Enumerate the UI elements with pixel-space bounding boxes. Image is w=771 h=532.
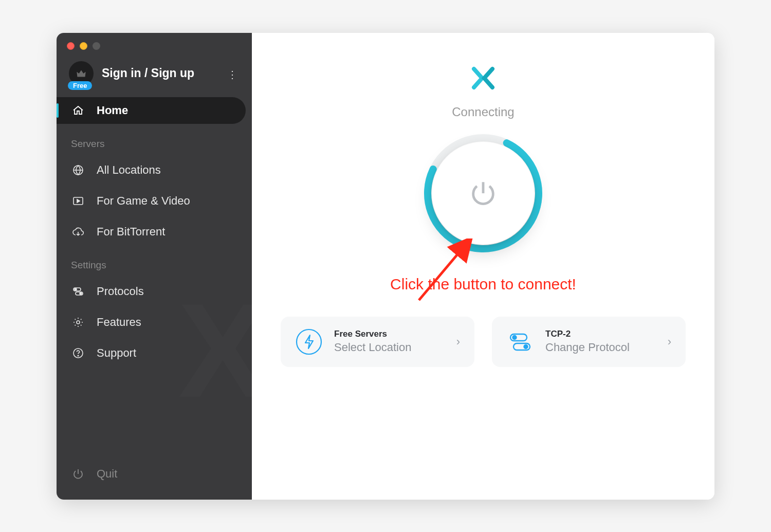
main-panel: Connecting Click the button to connect! … <box>252 33 714 500</box>
sidebar-item-label: For Game & Video <box>97 194 190 208</box>
globe-icon <box>71 163 85 177</box>
chevron-right-icon: › <box>668 335 671 348</box>
sidebar-item-label: Quit <box>97 467 117 481</box>
svg-point-5 <box>80 292 82 295</box>
sidebar-item-bittorrent[interactable]: For BitTorrent <box>57 218 246 245</box>
connect-power-button[interactable] <box>432 142 535 245</box>
svg-point-3 <box>75 288 77 290</box>
account-header[interactable]: Free Sign in / Sign up ⋮ <box>57 54 252 95</box>
sidebar-item-label: Support <box>97 346 136 360</box>
sidebar: Free Sign in / Sign up ⋮ Home Servers Al… <box>57 33 252 500</box>
sidebar-item-label: Home <box>97 104 128 117</box>
sidebar-item-protocols[interactable]: Protocols <box>57 278 246 305</box>
sidebar-item-label: Protocols <box>97 285 144 298</box>
sign-in-sign-up-label: Sign in / Sign up <box>102 66 194 80</box>
card-title: TCP-2 <box>545 329 656 339</box>
help-icon <box>71 346 85 360</box>
sidebar-item-quit[interactable]: Quit <box>57 458 252 489</box>
svg-point-16 <box>524 345 528 348</box>
annotation-text: Click the button to connect! <box>390 276 576 293</box>
svg-point-8 <box>78 355 79 356</box>
sidebar-item-label: Features <box>97 316 141 329</box>
app-logo-x-icon <box>471 66 495 90</box>
window-minimize-button[interactable] <box>80 42 87 50</box>
protocol-toggles-icon <box>506 328 534 356</box>
connect-button-wrap <box>421 132 545 255</box>
play-icon <box>71 194 85 208</box>
sidebar-item-label: All Locations <box>97 163 161 177</box>
section-heading-settings: Settings <box>57 247 252 276</box>
sidebar-item-home[interactable]: Home <box>57 97 246 124</box>
sidebar-item-game-video[interactable]: For Game & Video <box>57 188 246 214</box>
avatar-wrap: Free <box>69 61 94 86</box>
gear-icon <box>71 315 85 329</box>
card-subtitle: Select Location <box>334 341 445 354</box>
power-icon <box>468 178 498 208</box>
toggles-icon <box>71 284 85 299</box>
card-change-protocol[interactable]: TCP-2 Change Protocol › <box>492 317 686 367</box>
chevron-right-icon: › <box>456 335 460 348</box>
download-cloud-icon <box>71 225 85 239</box>
sidebar-item-support[interactable]: Support <box>57 340 246 366</box>
card-select-location[interactable]: Free Servers Select Location › <box>281 317 474 367</box>
power-icon <box>71 467 85 481</box>
card-title: Free Servers <box>334 329 445 339</box>
window-controls <box>57 33 252 54</box>
more-menu-icon[interactable]: ⋮ <box>227 68 238 81</box>
card-subtitle: Change Protocol <box>545 341 656 354</box>
connection-status-text: Connecting <box>452 105 514 119</box>
bottom-cards: Free Servers Select Location › TCP-2 Cha… <box>252 317 714 367</box>
section-heading-servers: Servers <box>57 126 252 155</box>
svg-point-6 <box>77 321 80 324</box>
sidebar-item-all-locations[interactable]: All Locations <box>57 157 246 184</box>
bolt-circle-icon <box>295 328 323 356</box>
free-badge: Free <box>68 81 92 90</box>
window-zoom-disabled <box>93 42 100 50</box>
home-icon <box>71 103 85 118</box>
svg-point-14 <box>513 336 517 339</box>
window-close-button[interactable] <box>67 42 75 50</box>
app-window: Free Sign in / Sign up ⋮ Home Servers Al… <box>57 33 714 500</box>
sidebar-item-label: For BitTorrent <box>97 225 165 239</box>
svg-point-12 <box>297 329 321 354</box>
sidebar-item-features[interactable]: Features <box>57 309 246 336</box>
